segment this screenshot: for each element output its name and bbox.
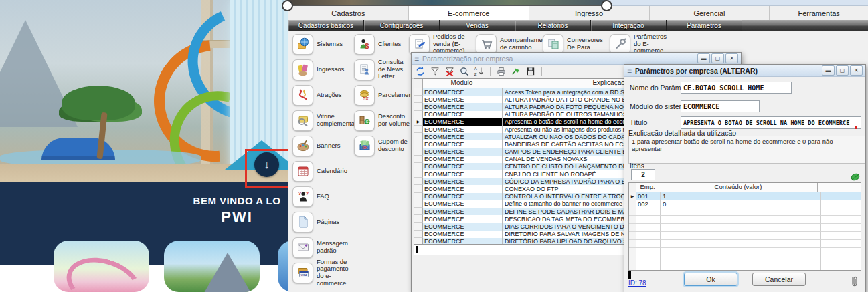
parametros-form: Nome do Parâmetro CE.BOTAO_SCROLL_HOME M… [624,77,865,292]
minimize-button[interactable]: ▬ [697,53,710,63]
cell-conteudo [661,232,821,240]
launcher-item-mensagem-padra-o[interactable]: Mensagem padrão [292,237,350,257]
park-card-2[interactable] [164,241,260,292]
close-button[interactable]: ✕ [725,53,738,63]
launcher-label: Formas de pagamento do e-commerce [317,259,350,287]
search-icon[interactable] [459,66,470,77]
launcher-item-sistemas[interactable]: Sistemas [292,34,350,54]
launcher-item-para-metros-do-e-commerce[interactable]: Parâmetros do E-commerce [610,34,667,54]
menu-item-relato-rios[interactable]: Relatórios [515,20,591,31]
parametrizacao-titlebar: ≡ Parametrização por empresa ▬ ▢ ✕ [412,53,741,65]
itens-empty-row [629,232,861,240]
menu-item-vendas[interactable]: Vendas [440,20,515,31]
save-button[interactable] [525,66,536,77]
launcher-item-formas-de-pagamento-do-e-commerce[interactable]: VISAFormas de pagamento do e-commerce [292,263,350,283]
launcher-item-consulta-de-news-letter[interactable]: Consulta de News Letter [354,59,412,80]
globe-folder-icon [292,34,313,55]
close-button[interactable]: ✕ [850,65,863,76]
add-item-button[interactable] [848,170,859,180]
launcher-label: Sistemas [317,41,343,48]
launcher-item-atrac-o-es[interactable]: Atrações [292,85,350,105]
window-menu-icon[interactable]: ≡ [414,55,419,63]
maximize-button[interactable]: ▢ [711,53,724,63]
cell-emp [636,224,661,232]
menu-item-integrac-a-o[interactable]: Integração [591,20,667,31]
menu-item-para-metros[interactable]: Parâmetros [667,20,742,31]
cell-modulo: ECOMMERCE [423,156,503,163]
launcher-item-acompanhamento-de-carrinho[interactable]: Acompanhamento de carrinho [476,34,533,54]
hand-tickets-icon [292,59,313,80]
launcher-item-conversores-de-para[interactable]: Conversores De Para [543,34,600,54]
itens-count-field[interactable]: 2 [631,169,655,180]
launcher-item-calenda-rio[interactable]: Calendário [292,161,350,181]
tab-cadastros[interactable]: Cadastros [288,6,409,20]
cell-modulo: ECOMMERCE [423,223,503,230]
ok-button[interactable]: Ok [684,273,737,286]
launcher-column-1: SistemasIngressosAtraçõesVitrine complem… [292,34,350,283]
annotation-handle-circle-1 [282,0,293,11]
cell-modulo: ECOMMERCE [423,88,503,96]
column-header-modulo[interactable]: Módulo [423,79,501,88]
cart-icon [476,34,497,55]
row-gutter [414,231,423,238]
menu-item-cadastros-ba-sicos[interactable]: Cadastros básicos [288,20,364,31]
tab-e-commerce[interactable]: E-commerce [409,6,529,20]
column-header-emp[interactable]: Emp. [636,183,659,192]
filter-button[interactable] [430,66,440,77]
titulo-field[interactable]: APRESENTA O BOTÃO DE SCROLL NA HOME DO E… [681,116,861,129]
envelope-icon [292,237,313,258]
cell-modulo: ECOMMERCE [423,133,503,140]
tab-ingresso[interactable]: Ingresso [529,6,650,20]
row-gutter [414,200,423,208]
coins-5x-icon: 5X [354,85,375,106]
sort-button[interactable]: AZ [474,66,485,77]
modulo-sistema-field[interactable]: ECOMMERCE [681,100,760,112]
launcher-item-banners[interactable]: Banners [292,136,350,156]
tab-gerencial[interactable]: Gerencial [650,6,770,20]
park-card-1[interactable] [54,241,149,292]
tools-icon [610,34,630,55]
itens-row[interactable]: 0020 [629,200,861,208]
launcher-item-clientes[interactable]: $Clientes [354,34,412,54]
export-button[interactable] [511,66,521,77]
svg-text:OK: OK [362,146,367,150]
cell-emp [636,232,661,240]
launcher-item-faq[interactable]: ??FAQ [292,186,350,206]
clear-filter-button[interactable] [444,66,455,77]
row-gutter [414,178,423,185]
launcher-label: Mensagem padrão [317,240,350,254]
launcher-item-cupom-de-desconto[interactable]: OKCupom de desconto [354,136,412,156]
calendar-icon [292,161,313,182]
itens-empty-row [629,255,861,263]
refresh-button[interactable] [415,66,426,77]
coupon-ok-icon: OK [354,136,375,156]
cell-conteudo [661,240,821,248]
row-gutter [414,193,423,200]
menu-item-configurac-o-es[interactable]: Configurações [364,20,440,31]
park-card-3[interactable] [278,241,288,292]
launcher-item-pa-ginas[interactable]: Páginas [292,212,350,232]
annotation-red-box [245,149,288,188]
launcher-item-vitrine-complementar[interactable]: Vitrine complementar [292,110,350,130]
row-gutter [414,215,423,223]
tab-ferramentas[interactable]: Ferramentas [770,6,868,20]
record-id-link[interactable]: ID: 78 [628,279,646,287]
cell-emp [636,263,661,271]
cell-modulo: ECOMMERCE [423,178,503,185]
print-button[interactable] [496,66,507,77]
cancel-button[interactable]: Cancelar [752,273,806,286]
launcher-item-parcelamentos[interactable]: 5XParcelamentos [354,85,412,105]
minimize-button[interactable]: ▬ [822,65,835,76]
row-gutter [414,185,423,192]
window-menu-icon[interactable]: ≡ [627,67,632,75]
volume-discount-icon: $ [354,110,375,131]
launcher-item-ingressos[interactable]: Ingressos [292,59,350,80]
maximize-button[interactable]: ▢ [836,65,849,76]
column-header-conteudo[interactable]: Conteúdo (valor) [659,183,818,192]
launcher-item-desconto-por-volume[interactable]: $Desconto por volume [354,110,412,130]
launcher-item-pedidos-de-venda-e-commerce[interactable]: Pedidos de venda (E-commerce) [409,34,466,54]
explicacao-textarea[interactable]: 1 para apresentar botão de scroll na hom… [628,136,865,164]
itens-row[interactable]: ▶0011 [629,192,861,200]
nome-parametro-field[interactable]: CE.BOTAO_SCROLL_HOME [681,82,792,94]
cell-modulo: ECOMMERCE [423,193,503,200]
